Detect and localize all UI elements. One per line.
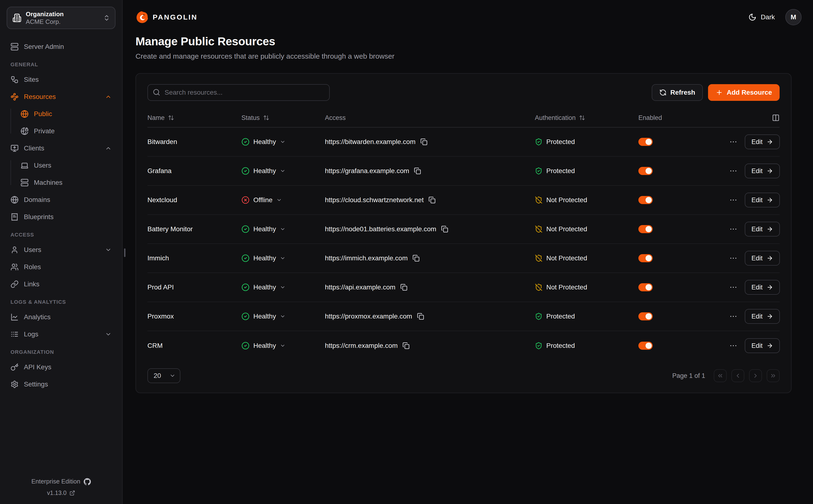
sidebar-item-users[interactable]: Users: [7, 244, 115, 256]
status-cell[interactable]: Healthy: [241, 283, 325, 291]
sidebar-item-server-admin[interactable]: Server Admin: [7, 41, 115, 53]
sidebar-item-resources[interactable]: Resources: [7, 91, 115, 103]
status-cell[interactable]: Healthy: [241, 167, 325, 175]
edit-button[interactable]: Edit: [745, 338, 780, 353]
search-input[interactable]: [147, 84, 330, 101]
enabled-toggle[interactable]: [638, 167, 653, 175]
shield-check-icon: [535, 313, 543, 320]
edit-button[interactable]: Edit: [745, 222, 780, 237]
enabled-toggle[interactable]: [638, 138, 653, 146]
row-menu-button[interactable]: [729, 196, 738, 204]
copy-url-button[interactable]: [400, 284, 408, 291]
enabled-toggle[interactable]: [638, 312, 653, 320]
resource-url[interactable]: https://api.example.com: [325, 283, 395, 291]
resource-url[interactable]: https://grafana.example.com: [325, 167, 409, 175]
status-cell[interactable]: Healthy: [241, 254, 325, 262]
resource-name: Prod API: [147, 283, 241, 291]
first-page-button[interactable]: [714, 369, 727, 382]
auth-label: Protected: [546, 342, 575, 350]
sidebar-item-blueprints[interactable]: Blueprints: [7, 211, 115, 223]
resource-url[interactable]: https://immich.example.com: [325, 254, 408, 262]
sort-icon[interactable]: [168, 115, 174, 121]
brand-name: PANGOLIN: [153, 13, 197, 21]
enabled-toggle[interactable]: [638, 225, 653, 233]
sidebar-item-logs[interactable]: Logs: [7, 328, 115, 340]
refresh-icon: [659, 89, 667, 96]
row-menu-button[interactable]: [729, 138, 738, 146]
status-cell[interactable]: Healthy: [241, 138, 325, 146]
resource-url[interactable]: https://crm.example.com: [325, 342, 398, 350]
row-menu-button[interactable]: [729, 312, 738, 321]
edit-button[interactable]: Edit: [745, 164, 780, 178]
sidebar-item-public[interactable]: Public: [7, 108, 115, 120]
avatar-initial: M: [791, 13, 796, 21]
external-link-icon[interactable]: [69, 490, 75, 496]
sidebar-item-clients[interactable]: Clients: [7, 142, 115, 154]
status-cell[interactable]: Healthy: [241, 312, 325, 320]
sidebar-item-links[interactable]: Links: [7, 278, 115, 290]
page-size-select[interactable]: 20: [147, 368, 180, 383]
copy-url-button[interactable]: [413, 255, 420, 262]
avatar[interactable]: M: [785, 9, 802, 25]
chevron-down-icon: [105, 247, 112, 253]
resource-url[interactable]: https://bitwarden.example.com: [325, 138, 416, 146]
columns-visibility-button[interactable]: [772, 114, 780, 122]
sidebar-scrollbar-thumb[interactable]: [124, 248, 125, 257]
resource-url[interactable]: https://node01.batteries.example.com: [325, 225, 436, 233]
copy-url-button[interactable]: [441, 226, 448, 233]
row-menu-button[interactable]: [729, 225, 738, 233]
sidebar-item-machines[interactable]: Machines: [7, 176, 115, 189]
add-resource-button[interactable]: Add Resource: [708, 84, 780, 101]
edit-button[interactable]: Edit: [745, 193, 780, 207]
status-cell[interactable]: Healthy: [241, 225, 325, 233]
enabled-toggle[interactable]: [638, 196, 653, 204]
table-row: Bitwarden Healthy https://bitwarden.exam…: [147, 128, 780, 157]
enabled-toggle[interactable]: [638, 254, 653, 262]
theme-toggle[interactable]: Dark: [748, 13, 775, 21]
row-menu-button[interactable]: [729, 341, 738, 350]
row-menu-button[interactable]: [729, 283, 738, 292]
sidebar-item-roles[interactable]: Roles: [7, 261, 115, 273]
sidebar-item-analytics[interactable]: Analytics: [7, 311, 115, 323]
copy-url-button[interactable]: [429, 196, 436, 204]
sidebar-item-private[interactable]: Private: [7, 125, 115, 137]
shield-check-icon: [535, 138, 543, 146]
globe-lock-icon: [21, 127, 29, 135]
refresh-button[interactable]: Refresh: [652, 84, 703, 101]
enabled-toggle[interactable]: [638, 283, 653, 291]
last-page-button[interactable]: [767, 369, 780, 382]
sidebar-item-client-users[interactable]: Users: [7, 159, 115, 172]
sort-icon[interactable]: [579, 115, 585, 121]
org-selector[interactable]: Organization ACME Corp.: [7, 7, 115, 29]
sidebar-item-settings[interactable]: Settings: [7, 378, 115, 391]
github-icon[interactable]: [84, 478, 91, 485]
copy-url-button[interactable]: [414, 167, 421, 175]
enabled-toggle[interactable]: [638, 342, 653, 350]
table-row: Nextcloud Offline https://cloud.schwartz…: [147, 186, 780, 215]
edit-button[interactable]: Edit: [745, 280, 780, 295]
circle-check-icon: [241, 312, 249, 320]
edit-button[interactable]: Edit: [745, 134, 780, 149]
link-icon: [10, 280, 19, 288]
table-row: Grafana Healthy https://grafana.example.…: [147, 157, 780, 186]
sidebar-item-domains[interactable]: Domains: [7, 194, 115, 206]
sidebar-item-api-keys[interactable]: API Keys: [7, 361, 115, 373]
edit-button[interactable]: Edit: [745, 251, 780, 266]
plus-icon: [716, 89, 723, 96]
sort-icon[interactable]: [263, 115, 269, 121]
previous-page-button[interactable]: [731, 369, 744, 382]
copy-url-button[interactable]: [420, 138, 428, 145]
next-page-button[interactable]: [749, 369, 762, 382]
row-menu-button[interactable]: [729, 167, 738, 175]
chevrons-left-icon: [717, 372, 724, 379]
status-cell[interactable]: Offline: [241, 196, 325, 204]
sidebar-item-sites[interactable]: Sites: [7, 73, 115, 86]
status-cell[interactable]: Healthy: [241, 342, 325, 350]
resource-url[interactable]: https://cloud.schwartznetwork.net: [325, 196, 424, 204]
edit-button[interactable]: Edit: [745, 309, 780, 324]
access-cell: https://api.example.com: [325, 283, 535, 291]
row-menu-button[interactable]: [729, 254, 738, 262]
resource-url[interactable]: https://proxmox.example.com: [325, 313, 412, 320]
copy-url-button[interactable]: [417, 313, 424, 320]
copy-url-button[interactable]: [402, 342, 410, 349]
